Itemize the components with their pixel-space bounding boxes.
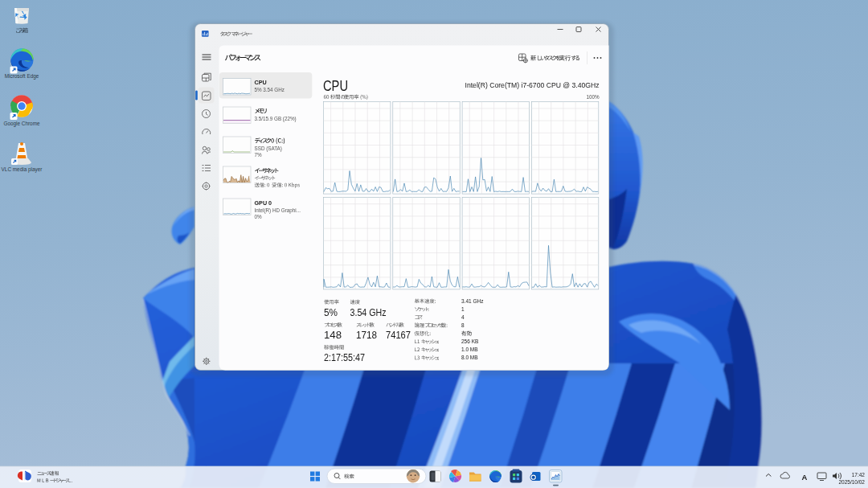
svg-text:5%: 5% [324, 307, 338, 318]
svg-text:17:42: 17:42 [852, 472, 866, 478]
svg-text:GPU 0: GPU 0 [255, 199, 272, 207]
svg-text:VLC media player: VLC media player [2, 166, 43, 173]
svg-text:1718: 1718 [356, 330, 377, 341]
svg-text:2:17:55:47: 2:17:55:47 [324, 352, 365, 363]
svg-text:3.5/15.9 GB (22%): 3.5/15.9 GB (22%) [255, 116, 297, 122]
svg-text:A: A [802, 473, 808, 482]
svg-text:CPU: CPU [323, 77, 348, 94]
svg-text:74167: 74167 [386, 330, 411, 341]
svg-text:8: 8 [461, 322, 465, 328]
svg-text:1.0 MB: 1.0 MB [461, 347, 478, 352]
svg-text:3.41 GHz: 3.41 GHz [461, 298, 483, 304]
svg-text:0%: 0% [255, 214, 263, 219]
svg-text:148: 148 [324, 330, 342, 341]
svg-text:7%: 7% [255, 152, 263, 158]
svg-text:SSD (SATA): SSD (SATA) [255, 146, 282, 152]
svg-text:256 KB: 256 KB [461, 338, 478, 344]
svg-text:Microsoft Edge: Microsoft Edge [5, 73, 39, 80]
svg-text:2025/10/02: 2025/10/02 [838, 479, 865, 485]
svg-text:3.54 GHz: 3.54 GHz [350, 307, 387, 318]
svg-text:4: 4 [461, 314, 465, 320]
svg-text:Intel(R) Core(TM) i7-6700 CPU: Intel(R) Core(TM) i7-6700 CPU @ 3.40GHz [465, 81, 600, 89]
svg-text:Intel(R) HD Graphi...: Intel(R) HD Graphi... [255, 207, 301, 214]
svg-text:8.0 MB: 8.0 MB [461, 355, 478, 360]
svg-text:1: 1 [461, 306, 465, 312]
svg-text:100%: 100% [586, 94, 600, 100]
svg-text:5% 3.54 GHz: 5% 3.54 GHz [255, 87, 285, 92]
svg-text:CPU: CPU [255, 79, 267, 86]
svg-text:Google Chrome: Google Chrome [3, 121, 40, 127]
